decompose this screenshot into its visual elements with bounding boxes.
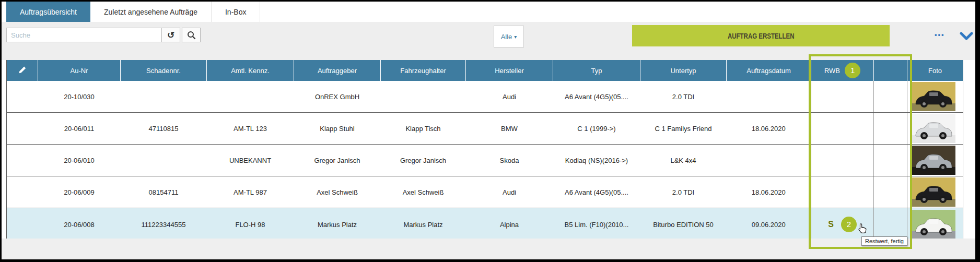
cell-spacer (874, 145, 907, 176)
vehicle-photo-thumbnail[interactable] (911, 177, 955, 207)
column-label: Untertyp (670, 67, 696, 75)
column-header-datum[interactable]: Auftragsdatum (727, 60, 811, 81)
ellipsis-icon: ••• (935, 31, 945, 39)
cell-untertyp: Biturbo EDITION 50 (640, 208, 727, 241)
search-button[interactable] (182, 28, 201, 42)
cell-datum: 18.06.2020 (727, 176, 811, 208)
search-input[interactable] (6, 28, 165, 42)
vehicle-photo-image (911, 82, 955, 111)
vehicle-photo-image (911, 146, 955, 175)
column-header-edit[interactable] (7, 60, 38, 81)
toolbar: ↺ Alle ▾ AUFTRAG ERSTELLEN ••• (2, 22, 975, 60)
cell-hersteller: Alpina (466, 208, 553, 241)
cell-rwb (811, 176, 874, 208)
cell-hersteller: BMW (466, 113, 553, 145)
cell-typ: A6 Avant (4G5)(05.... (553, 81, 640, 113)
vehicle-photo-image (911, 114, 955, 143)
column-header-hersteller[interactable]: Hersteller (466, 60, 553, 81)
column-header-typ[interactable]: Typ (553, 60, 640, 81)
chevron-down-icon (960, 32, 973, 41)
tab-inbox[interactable]: In-Box (212, 2, 260, 22)
cell-kennz: AM-TL 987 (207, 176, 294, 208)
cell-schadennr: 08154711 (121, 176, 207, 208)
annotation-badge-2: 2 (841, 217, 857, 232)
cell-halter (381, 81, 466, 113)
cell-au_nr: 20-06/011 (38, 113, 121, 145)
pencil-icon (18, 66, 27, 74)
column-label: Schadennr. (146, 67, 181, 75)
rwb-status-indicator[interactable]: S (828, 220, 834, 229)
column-header-spacer[interactable] (874, 60, 907, 81)
vehicle-photo-thumbnail[interactable] (911, 146, 955, 175)
cell-untertyp: 2.0 TDI (640, 81, 727, 113)
cell-datum (727, 81, 811, 113)
cell-foto (907, 208, 963, 241)
cell-rwb (811, 145, 874, 176)
cell-edit (7, 208, 38, 241)
filter-dropdown[interactable]: Alle ▾ (494, 26, 524, 47)
tab-auftragsuebersicht[interactable]: Auftragsübersicht (6, 2, 90, 22)
column-label: Hersteller (495, 67, 524, 75)
table-row[interactable]: 20-10/030OnREX GmbHAudiA6 Avant (4G5)(05… (7, 81, 963, 113)
create-order-button[interactable]: AUFTRAG ERSTELLEN (632, 25, 890, 46)
cell-datum (727, 145, 811, 176)
cell-spacer (874, 176, 907, 208)
cell-kennz: AM-TL 123 (207, 113, 294, 145)
cell-untertyp: 2.0 TDI (640, 176, 727, 208)
column-label: Amtl. Kennz. (231, 67, 270, 75)
column-header-au_nr[interactable]: Au-Nr (38, 60, 121, 81)
create-order-label: AUFTRAG ERSTELLEN (728, 32, 795, 40)
cell-kennz: FLO-H 98 (207, 208, 294, 241)
tab-zuletzt-angesehene-auftraege[interactable]: Zuletzt angesehene Aufträge (90, 2, 212, 22)
cell-auftraggeber: Klapp Stuhl (294, 113, 381, 145)
column-header-schadennr[interactable]: Schadennr. (121, 60, 207, 81)
cell-au_nr: 20-06/010 (38, 145, 121, 176)
table-row[interactable]: 20-06/01147110815AM-TL 123Klapp StuhlKla… (7, 113, 963, 145)
cell-untertyp: L&K 4x4 (640, 145, 727, 176)
table-row[interactable]: 20-06/00908154711AM-TL 987Axel SchweißAx… (7, 176, 963, 208)
vehicle-photo-thumbnail[interactable] (911, 82, 955, 111)
cell-auftraggeber: OnREX GmbH (294, 81, 381, 113)
cell-typ: A6 Avant (4G5)(05.... (553, 176, 640, 208)
cell-hersteller: Skoda (466, 145, 553, 176)
search-icon (187, 31, 196, 40)
table-header-row: Au-NrSchadennr.Amtl. Kennz.AuftraggeberF… (7, 60, 963, 81)
cell-edit (7, 176, 38, 208)
column-header-kennz[interactable]: Amtl. Kennz. (207, 60, 294, 81)
cell-halter: Axel Schweiß (381, 176, 466, 208)
cell-schadennr (121, 81, 207, 113)
more-options-button[interactable]: ••• (935, 31, 945, 39)
cell-schadennr: 111223344555 (121, 208, 207, 241)
column-label: Au-Nr (71, 67, 88, 75)
cell-foto (907, 81, 963, 113)
cell-edit (7, 81, 38, 113)
column-header-auftraggeber[interactable]: Auftraggeber (294, 60, 381, 81)
column-label: Fahrzeughalter (400, 67, 446, 75)
vehicle-photo-thumbnail[interactable] (911, 114, 955, 143)
column-header-foto[interactable]: Foto (907, 60, 963, 81)
search-history-button[interactable]: ↺ (161, 28, 180, 42)
cell-au_nr: 20-10/030 (38, 81, 121, 113)
cell-typ: Kodiaq (NS)(2016->) (553, 145, 640, 176)
table-row[interactable]: 20-06/008111223344555FLO-H 98Markus Plat… (7, 208, 963, 241)
cell-foto (907, 176, 963, 208)
cell-kennz: UNBEKANNT (207, 145, 294, 176)
cell-rwb (811, 81, 874, 113)
collapse-toolbar-button[interactable] (960, 32, 973, 41)
cell-hersteller: Audi (466, 81, 553, 113)
cell-auftraggeber: Axel Schweiß (294, 176, 381, 208)
column-header-halter[interactable]: Fahrzeughalter (381, 60, 466, 81)
cell-schadennr (121, 145, 207, 176)
cell-auftraggeber: Markus Platz (294, 208, 381, 241)
column-header-rwb[interactable]: RWB1 (811, 60, 874, 81)
cell-kennz (207, 81, 294, 113)
cell-edit (7, 113, 38, 145)
tab-bar: Auftragsübersicht Zuletzt angesehene Auf… (2, 2, 975, 22)
column-label: Foto (928, 67, 942, 75)
history-icon: ↺ (167, 30, 174, 41)
column-header-untertyp[interactable]: Untertyp (640, 60, 727, 81)
rwb-tooltip: Restwert, fertig (861, 236, 907, 246)
vehicle-photo-thumbnail[interactable] (911, 210, 955, 239)
caret-down-icon: ▾ (514, 34, 517, 40)
table-row[interactable]: 20-06/010UNBEKANNTGregor JanischGregor J… (7, 145, 963, 176)
